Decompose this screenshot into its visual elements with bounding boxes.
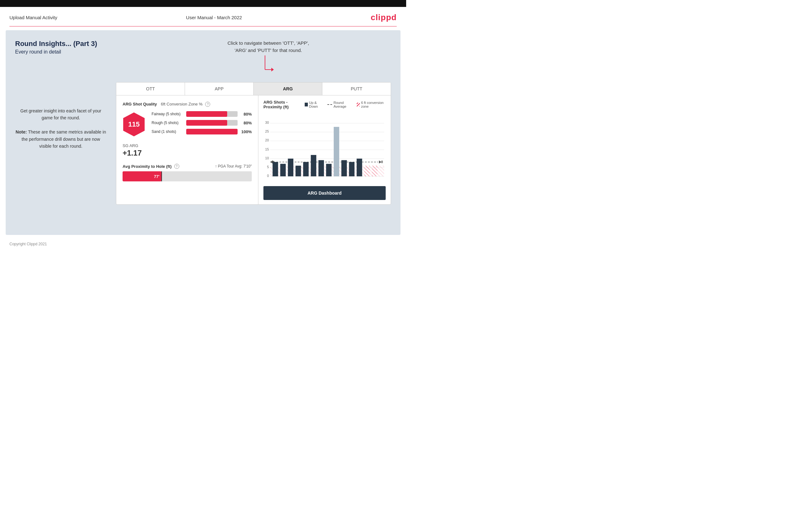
legend-round-avg: Round Average [327, 101, 353, 108]
shot-bar-sand [186, 129, 238, 134]
legend-round-avg-label: Round Average [334, 101, 352, 108]
bar-hatch-1 [364, 166, 370, 176]
bar-10 [341, 160, 347, 176]
bar-6 [311, 155, 316, 176]
legend-updown-label: Up & Down [309, 101, 323, 108]
clippd-logo: clippd [370, 13, 397, 22]
insight-text: Get greater insight into each facet of y… [15, 107, 106, 150]
pga-avg-label: ↑ PGA Tour Avg: 7'10" [215, 164, 252, 168]
copyright-text: Copyright Clippd 2021 [9, 242, 47, 246]
user-manual-label: User Manual - March 2022 [186, 15, 242, 20]
proximity-title-group: Avg Proximity to Hole (ft) ? [122, 164, 179, 169]
right-panel: OTT APP ARG PUTT ARG Shot Quality 6ft Co… [116, 82, 391, 205]
shot-pct-sand: 100% [241, 129, 252, 134]
shot-bar-rough [186, 120, 238, 126]
bar-8 [326, 164, 332, 176]
tab-ott[interactable]: OTT [116, 82, 185, 95]
prox-bar-fill: 77' [122, 171, 161, 181]
shot-pct-fairway: 80% [241, 112, 252, 116]
shot-row-sand: Sand (1 shots) 100% [152, 129, 252, 134]
prox-bar-label: 77' [154, 174, 159, 179]
svg-text:0: 0 [267, 174, 269, 178]
section-title: Round Insights... (Part 3) [15, 40, 97, 48]
sg-arg-value: +1.17 [122, 149, 252, 158]
arg-dashboard-button[interactable]: ARG Dashboard [263, 186, 386, 200]
chart-area: 0 5 10 15 20 25 30 [263, 111, 386, 184]
shot-pct-rough: 80% [241, 121, 252, 125]
header-divider [9, 26, 397, 26]
shot-bar-fill-rough [186, 120, 227, 126]
proximity-header: Avg Proximity to Hole (ft) ? ↑ PGA Tour … [122, 164, 252, 169]
left-panel: Get greater insight into each facet of y… [15, 82, 106, 205]
tab-arg[interactable]: ARG [254, 82, 322, 95]
tab-putt[interactable]: PUTT [322, 82, 391, 95]
proximity-bar: 77' [122, 171, 252, 181]
top-bar [0, 0, 406, 7]
bar-11 [349, 162, 354, 176]
bar-2 [280, 164, 286, 176]
svg-text:20: 20 [265, 138, 269, 142]
bar-9-tall [334, 127, 339, 176]
annotation-area: Click to navigate between 'OTT', 'APP', … [227, 40, 309, 76]
hex-bars-container: 115 Fairway (5 shots) 80% [122, 111, 252, 137]
chart-title: ARG Shots - Proximity (ft) [263, 100, 305, 109]
panel-left-content: ARG Shot Quality 6ft Conversion Zone % ?… [116, 96, 258, 204]
bar-12 [357, 159, 362, 176]
bar-4 [296, 166, 301, 176]
tab-app[interactable]: APP [185, 82, 254, 95]
shot-label-fairway: Fairway (5 shots) [152, 112, 186, 116]
bar-7 [318, 160, 324, 176]
hex-value: 115 [128, 120, 140, 128]
svg-text:30: 30 [265, 121, 269, 124]
header: Upload Manual Activity User Manual - Mar… [0, 7, 406, 26]
prox-cursor [161, 171, 162, 181]
footer: Copyright Clippd 2021 [0, 239, 406, 249]
proximity-section: Avg Proximity to Hole (ft) ? ↑ PGA Tour … [122, 164, 252, 181]
bar-1 [272, 162, 278, 176]
annotation-text: Click to navigate between 'OTT', 'APP', … [227, 40, 309, 54]
shot-quality-list: Fairway (5 shots) 80% Rough (5 shots) [152, 111, 252, 137]
panel-body: ARG Shot Quality 6ft Conversion Zone % ?… [116, 96, 391, 204]
legend-conversion-icon [357, 103, 360, 106]
main-content: Round Insights... (Part 3) Every round i… [6, 30, 401, 235]
tabs: OTT APP ARG PUTT [116, 82, 391, 96]
panel-right-content: ARG Shots - Proximity (ft) Up & Down Rou… [258, 96, 391, 204]
svg-marker-2 [271, 68, 274, 71]
shot-bar-fill-sand [186, 129, 238, 134]
arg-shot-quality-title: ARG Shot Quality [122, 102, 157, 106]
svg-text:25: 25 [265, 129, 269, 133]
svg-text:10: 10 [265, 156, 269, 160]
bar-5 [303, 162, 308, 176]
annotation-arrow-icon [259, 54, 277, 76]
legend-conversion: 6 ft conversion zone [357, 101, 386, 108]
conversion-zone-subtitle: 6ft Conversion Zone % [161, 102, 203, 106]
section-subtitle: Every round in detail [15, 49, 97, 55]
shot-bar-fairway [186, 111, 238, 117]
proximity-help-icon[interactable]: ? [174, 164, 179, 169]
arg-proximity-chart: 0 5 10 15 20 25 30 [263, 111, 386, 180]
svg-text:5: 5 [267, 165, 269, 169]
legend-updown: Up & Down [305, 101, 323, 108]
arg-shot-quality-header: ARG Shot Quality 6ft Conversion Zone % ? [122, 101, 252, 107]
legend-group: Up & Down Round Average 6 ft conversion … [305, 101, 386, 108]
hex-badge: 115 [122, 112, 145, 137]
shot-bar-fill-fairway [186, 111, 227, 117]
legend-round-avg-icon [327, 104, 333, 105]
upload-manual-label[interactable]: Upload Manual Activity [9, 15, 57, 20]
shot-label-rough: Rough (5 shots) [152, 121, 186, 125]
proximity-title: Avg Proximity to Hole (ft) [122, 164, 172, 169]
sg-arg-section: SG ARG +1.17 [122, 143, 252, 158]
shot-row-fairway: Fairway (5 shots) 80% [152, 111, 252, 117]
insight-note: Note: [16, 129, 27, 134]
chart-header: ARG Shots - Proximity (ft) Up & Down Rou… [263, 100, 386, 109]
bar-3 [288, 159, 293, 176]
sg-arg-label: SG ARG [122, 143, 252, 148]
shot-row-rough: Rough (5 shots) 80% [152, 120, 252, 126]
help-icon[interactable]: ? [205, 102, 210, 107]
svg-text:15: 15 [265, 148, 269, 151]
round-avg-value-label: 8 [381, 160, 383, 164]
legend-updown-icon [305, 103, 308, 106]
shot-label-sand: Sand (1 shots) [152, 129, 186, 134]
content-layout: Get greater insight into each facet of y… [15, 82, 391, 205]
legend-conversion-label: 6 ft conversion zone [361, 101, 386, 108]
